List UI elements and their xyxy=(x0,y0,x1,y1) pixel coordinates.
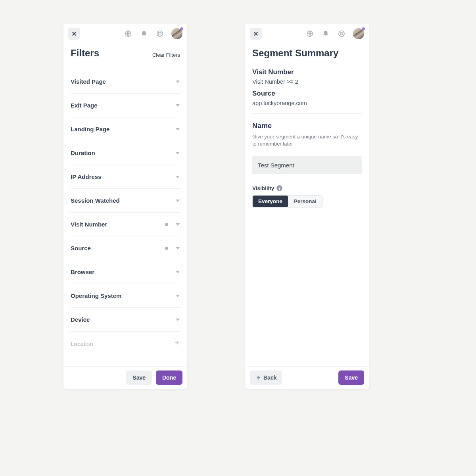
filter-exit-page[interactable]: Exit Page xyxy=(71,94,180,117)
help-icon[interactable] xyxy=(337,29,346,38)
filter-list: Visited PageExit PageLanding PageDuratio… xyxy=(63,61,187,366)
segment-summary-panel: Segment Summary Visit NumberVisit Number… xyxy=(245,24,369,389)
avatar[interactable] xyxy=(353,28,364,39)
svg-line-17 xyxy=(340,35,341,36)
visibility-option-everyone[interactable]: Everyone xyxy=(253,196,288,207)
back-button[interactable]: Back xyxy=(250,370,282,385)
presence-indicator-icon xyxy=(362,27,365,31)
criterion-heading: Visit Number xyxy=(252,68,362,76)
svg-line-16 xyxy=(342,32,344,33)
filter-landing-page[interactable]: Landing Page xyxy=(71,117,180,141)
chevron-down-icon xyxy=(175,270,180,274)
info-icon[interactable]: i xyxy=(276,185,282,191)
svg-line-15 xyxy=(340,32,341,33)
chevron-down-icon xyxy=(175,175,180,179)
visibility-option-personal[interactable]: Personal xyxy=(288,196,322,207)
chevron-down-icon xyxy=(175,317,180,322)
arrow-right-icon xyxy=(175,340,180,347)
filter-visit-number[interactable]: Visit Number xyxy=(71,213,180,236)
svg-point-14 xyxy=(340,33,343,35)
filter-label: IP Address xyxy=(71,173,175,180)
filters-footer: Save Done xyxy=(63,366,187,389)
svg-line-6 xyxy=(161,32,162,33)
svg-line-7 xyxy=(158,35,159,36)
filter-location[interactable]: Location xyxy=(71,332,180,355)
svg-point-4 xyxy=(159,33,161,35)
chevron-down-icon xyxy=(175,79,180,84)
chevron-down-icon xyxy=(175,246,180,251)
clear-filters-link[interactable]: Clear Filters xyxy=(152,52,180,59)
filter-label: Device xyxy=(71,316,175,323)
criterion-heading: Source xyxy=(252,90,362,98)
filter-duration[interactable]: Duration xyxy=(71,141,180,165)
chevron-down-icon xyxy=(175,127,180,132)
filter-visited-page[interactable]: Visited Page xyxy=(71,70,180,94)
filter-label: Landing Page xyxy=(71,126,175,132)
svg-line-18 xyxy=(342,35,344,36)
close-button[interactable] xyxy=(68,28,80,40)
filter-source[interactable]: Source xyxy=(71,236,180,260)
chevron-down-icon xyxy=(175,222,180,227)
appbar xyxy=(63,24,187,42)
filter-label: Operating System xyxy=(71,292,175,299)
filter-session-watched[interactable]: Session Watched xyxy=(71,189,180,213)
chevron-down-icon xyxy=(175,151,180,155)
filter-label: Browser xyxy=(71,269,175,275)
chevron-down-icon xyxy=(175,103,180,108)
save-segment-button[interactable]: Save xyxy=(338,370,364,385)
help-icon[interactable] xyxy=(155,29,164,38)
close-icon xyxy=(253,31,259,36)
done-button[interactable]: Done xyxy=(156,370,182,385)
appbar xyxy=(245,24,369,42)
filter-operating-system[interactable]: Operating System xyxy=(71,284,180,308)
arrow-left-icon xyxy=(255,375,261,380)
filter-label: Visit Number xyxy=(71,221,165,228)
active-indicator-icon xyxy=(165,247,168,250)
presence-indicator-icon xyxy=(180,27,183,31)
criterion-value: Visit Number >= 2 xyxy=(252,79,362,85)
filter-browser[interactable]: Browser xyxy=(71,260,180,284)
svg-line-5 xyxy=(158,32,159,33)
segment-name-input[interactable] xyxy=(252,156,362,174)
chevron-down-icon xyxy=(175,294,180,298)
chevron-down-icon xyxy=(175,198,180,203)
filter-label: Exit Page xyxy=(71,102,175,109)
segment-summary-body: Visit NumberVisit Number >= 2Sourceapp.l… xyxy=(245,61,369,366)
close-button[interactable] xyxy=(250,28,262,40)
visibility-toggle: EveryonePersonal xyxy=(252,195,322,207)
criterion-value: app.luckyorange.com xyxy=(252,100,362,106)
globe-icon[interactable] xyxy=(305,29,314,38)
globe-icon[interactable] xyxy=(124,29,132,38)
filter-label: Location xyxy=(71,340,175,347)
filter-label: Duration xyxy=(71,150,175,156)
visibility-label: Visibility xyxy=(252,185,274,191)
close-icon xyxy=(71,31,77,36)
filter-label: Session Watched xyxy=(71,197,175,204)
segment-footer: Back Save xyxy=(245,366,369,389)
save-button[interactable]: Save xyxy=(126,370,152,385)
svg-line-8 xyxy=(161,35,162,36)
filters-panel: Filters Clear Filters Visited PageExit P… xyxy=(63,24,187,389)
avatar[interactable] xyxy=(171,28,182,39)
filter-device[interactable]: Device xyxy=(71,308,180,332)
panel-header: Filters Clear Filters xyxy=(63,42,187,61)
filter-label: Visited Page xyxy=(71,78,175,85)
segment-name-description: Give your segment a unique name so it's … xyxy=(252,133,362,148)
filter-ip-address[interactable]: IP Address xyxy=(71,165,180,189)
panel-header: Segment Summary xyxy=(245,42,369,61)
active-indicator-icon xyxy=(165,223,168,226)
segment-name-heading: Name xyxy=(252,122,362,130)
filter-label: Source xyxy=(71,245,165,251)
segment-summary-title: Segment Summary xyxy=(252,48,362,59)
filters-title: Filters xyxy=(71,48,152,59)
bell-icon[interactable] xyxy=(140,29,148,38)
bell-icon[interactable] xyxy=(321,29,330,38)
